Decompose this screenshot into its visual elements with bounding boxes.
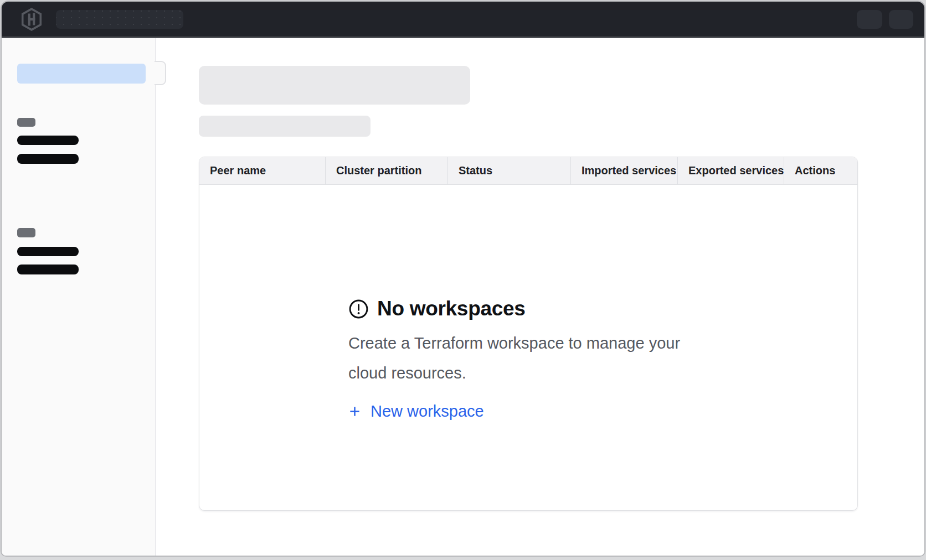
new-workspace-button[interactable]: New workspace (348, 402, 484, 421)
peers-table: Peer name Cluster partition Status Impor… (199, 157, 858, 511)
top-nav-bar (2, 2, 924, 38)
column-header-status: Status (447, 157, 570, 184)
page-subtitle-skeleton (199, 116, 371, 137)
empty-state-description: Create a Terraform workspace to manage y… (348, 328, 698, 388)
table-body: No workspaces Create a Terraform workspa… (199, 185, 857, 510)
app-window: Peer name Cluster partition Status Impor… (1, 1, 925, 557)
hashicorp-logo-icon (20, 8, 43, 31)
sidebar-item-active[interactable] (17, 64, 146, 84)
empty-state: No workspaces Create a Terraform workspa… (348, 297, 703, 421)
sidebar-item-skeleton (17, 265, 79, 274)
sidebar-item-skeleton (17, 247, 79, 256)
empty-state-title-row: No workspaces (348, 297, 703, 320)
sidebar-item-skeleton (17, 154, 79, 164)
sidebar-section-label-skeleton (17, 228, 35, 237)
main-pane: Peer name Cluster partition Status Impor… (156, 38, 924, 556)
column-header-exported-services: Exported services (677, 157, 784, 184)
help-menu-button[interactable] (857, 10, 882, 29)
sidebar-section-label-skeleton (17, 118, 35, 127)
sidebar-item-skeleton (17, 136, 79, 145)
content-area: Peer name Cluster partition Status Impor… (2, 38, 924, 556)
sidebar-collapse-handle[interactable] (155, 61, 166, 85)
plus-icon (348, 405, 361, 418)
user-menu-button[interactable] (889, 10, 913, 29)
new-workspace-label: New workspace (371, 402, 484, 421)
search-input[interactable] (56, 10, 183, 29)
page-title-skeleton (199, 66, 470, 105)
table-header-row: Peer name Cluster partition Status Impor… (199, 157, 857, 185)
sidebar-nav (2, 38, 156, 556)
column-header-actions: Actions (784, 157, 857, 184)
column-header-peer-name: Peer name (199, 157, 325, 184)
column-header-cluster-partition: Cluster partition (325, 157, 447, 184)
column-header-imported-services: Imported services (570, 157, 677, 184)
empty-state-title: No workspaces (377, 297, 526, 320)
alert-circle-icon (348, 299, 369, 319)
